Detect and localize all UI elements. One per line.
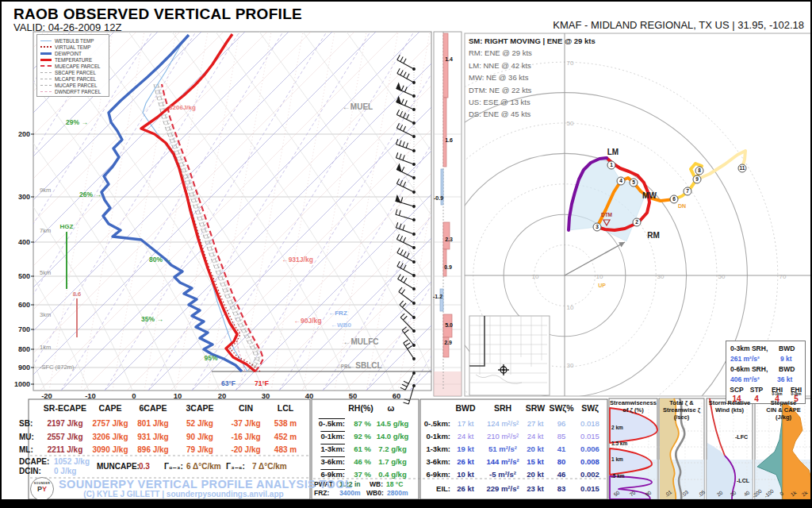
sounderpy-logo: SOUNDER PY <box>30 477 54 501</box>
index-header: SCP <box>730 387 743 394</box>
kinematics-value: 24 kt <box>527 433 544 441</box>
kinematics-header: SWζ <box>581 404 599 413</box>
mini-panel-title: (J/kg) <box>776 414 791 421</box>
brand-title: SOUNDERPY VERTICAL PROFILE ANALYSIS TOOL <box>59 479 308 491</box>
moisture-row-label: 3-6km: <box>320 458 345 466</box>
legend-item: DWNDRFT PARCEL <box>40 88 107 94</box>
kinematics-value: 51 m²/s² <box>488 445 517 453</box>
mixing-ratio-value: 7.2 g/kg <box>378 445 406 453</box>
kinematics-value: 210 m²/s² <box>487 433 519 441</box>
kinematics-value: 0.015 <box>580 433 599 441</box>
mini-panel-title: Wind (kts) <box>715 407 744 414</box>
thermo-value: 90 J/kg <box>186 433 213 441</box>
kinematics-value: 124 m²/s² <box>487 420 519 428</box>
svg-text:UP: UP <box>598 283 606 288</box>
thermo-value: 931 J/kg <box>137 433 168 441</box>
rh-value: 61 % <box>354 445 371 453</box>
rh-value: 37 % <box>354 471 371 479</box>
svg-text:←90J/kg: ←90J/kg <box>294 317 322 325</box>
thermo-value: 2557 J/kg <box>47 433 82 441</box>
kinematics-header: SRH <box>494 404 511 413</box>
thermo-header: CAPE <box>98 404 121 413</box>
srh-bwd-info-box: 0-3km SRH,BWD261 m²/s²9 kt0-6km SRH,BWD4… <box>726 341 806 404</box>
svg-text:3206J/kg: 3206J/kg <box>169 104 196 111</box>
index-header: STP <box>750 387 764 394</box>
svg-text:7km: 7km <box>40 227 51 234</box>
kinematics-value: 0.008 <box>580 458 599 466</box>
thermo-header: LCL <box>278 404 293 413</box>
svg-text:-0.9: -0.9 <box>434 195 443 201</box>
kinematics-value: 24 kt <box>458 433 474 441</box>
dcape-value: 1052 J/kg <box>54 458 90 466</box>
thermo-value: 3206 J/kg <box>92 433 128 441</box>
lapse-0-3-value: 6 Δ°C/km <box>186 463 221 471</box>
svg-text:←WB0: ←WB0 <box>331 321 351 329</box>
kinematics-value: 0.002 <box>580 471 599 479</box>
svg-text:20: 20 <box>218 391 227 400</box>
rh-value: 87 % <box>354 420 371 428</box>
bwd-0-6-value: 36 kt <box>777 376 792 383</box>
svg-text:DN: DN <box>678 203 686 209</box>
thermo-row-label: ML: <box>19 446 33 454</box>
thermo-header: CIN <box>239 404 253 413</box>
wb0-label: WB0: <box>366 490 384 497</box>
svg-text:1.6: 1.6 <box>445 137 453 143</box>
thermo-row-label: MU: <box>19 433 34 441</box>
svg-text:←MUEL: ←MUEL <box>343 102 373 111</box>
index-value: 4 <box>754 395 759 403</box>
svg-text:800: 800 <box>18 345 30 353</box>
kinematics-row-label: EIL: <box>436 485 450 493</box>
kinematics-value: 23 kt <box>527 485 544 493</box>
sm-line: LM: NNE @ 42 kts <box>469 60 596 71</box>
thermo-value: 483 m <box>274 446 297 454</box>
mini-panel-title: Streamwiseness <box>610 400 657 406</box>
svg-text:200: 200 <box>18 130 30 138</box>
svg-text:-20: -20 <box>41 391 52 400</box>
thermo-value: 896 J/kg <box>137 446 168 454</box>
svg-text:3km: 3km <box>40 311 51 318</box>
logo-text-main: PY <box>31 485 53 493</box>
brand-credit: (C) KYLE J GILLETT | sounderpysoundings.… <box>59 491 308 498</box>
srh-0-3-value: 261 m²/s² <box>730 356 760 363</box>
sm-line: MW: NE @ 36 kts <box>469 71 596 83</box>
srh-0-6-value: 406 m²/s² <box>730 376 760 383</box>
bwd-0-3-value: 9 kt <box>780 356 792 363</box>
legend-item: WETBULB TEMP <box>40 37 107 44</box>
kinematics-value: 26 kt <box>457 458 474 466</box>
kinematics-value: 83 <box>557 485 566 493</box>
kinematics-value: 20 kt <box>527 445 544 453</box>
mixing-ratio-value: 14.5 g/kg <box>377 420 409 428</box>
svg-text:5km: 5km <box>40 269 51 276</box>
svg-text:80% →: 80% → <box>149 256 171 264</box>
dcin-value: 0 J/kg <box>54 468 76 475</box>
kinematics-value: 41 <box>557 445 566 453</box>
svg-text:300: 300 <box>18 193 30 201</box>
svg-text:1000: 1000 <box>14 380 30 388</box>
bwd-0-3-label: BWD <box>779 345 795 352</box>
svg-text:9: 9 <box>695 176 699 182</box>
kinematics-value: 27 kt <box>527 420 544 428</box>
svg-text:30: 30 <box>567 362 574 369</box>
kinematics-value: 10 kt <box>457 471 474 479</box>
thermo-value: 538 m <box>274 420 297 428</box>
mixing-ratio-value: 0.4 g/kg <box>378 471 406 479</box>
svg-text:500: 500 <box>18 272 30 280</box>
sm-line: RM: ENE @ 29 kts <box>469 47 596 59</box>
rh-header: RH(%) <box>348 404 373 413</box>
thermo-value: 3090 J/kg <box>92 446 128 454</box>
muncape-label: MUNCAPE: <box>97 463 140 471</box>
wb-value: 18 °C <box>386 481 403 488</box>
dcape-label: DCAPE: <box>19 458 49 466</box>
map-inset <box>469 316 550 395</box>
svg-text:900: 900 <box>18 364 30 371</box>
thermo-header: 3CAPE <box>186 404 213 413</box>
kinematics-header: BWD <box>455 404 475 413</box>
svg-text:9km: 9km <box>40 187 51 194</box>
svg-text:35% →: 35% → <box>141 315 163 323</box>
svg-text:-SFC (872m)-: -SFC (872m)- <box>40 364 76 371</box>
svg-text:700: 700 <box>18 325 30 333</box>
mini-height-label: 1 km <box>611 457 623 463</box>
svg-text:-1.2: -1.2 <box>433 294 442 299</box>
kinematics-row-label: 0-.5km: <box>424 420 450 428</box>
svg-text:←FRZ: ←FRZ <box>328 310 347 317</box>
